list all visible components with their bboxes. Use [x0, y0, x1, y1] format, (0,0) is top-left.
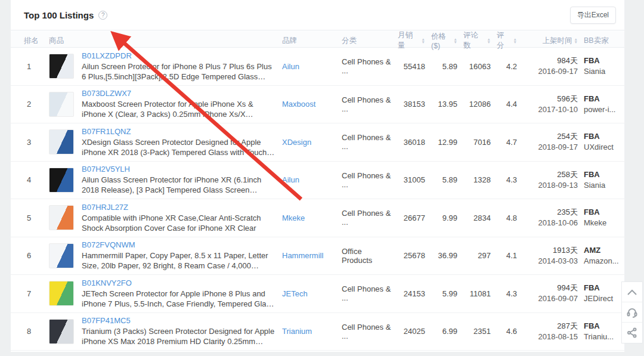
table-row: 3 B07FR1LQNZ XDesign Glass Screen Protec… [11, 123, 624, 162]
asin-link[interactable]: B07H2V5YLH [82, 165, 276, 174]
brand-link[interactable]: Hammermill [282, 251, 323, 260]
product-title: Ailun Glass Screen Protector for iPhone … [82, 175, 276, 195]
product-image[interactable] [49, 319, 74, 344]
brand-cell: Hammermill [282, 251, 336, 260]
rating-cell: 4.4 [497, 100, 517, 109]
product-cell: B073DLZWX7 Maxboost Screen Protector for… [49, 89, 276, 119]
brand-link[interactable]: Ailun [282, 62, 299, 71]
price-cell: 5.99 [431, 289, 457, 298]
monthly-sales-cell: 31005 [398, 175, 425, 184]
back-to-top-button[interactable] [622, 282, 642, 302]
product-image[interactable] [49, 54, 74, 79]
days-on-market: 235天 [523, 207, 578, 218]
asin-link[interactable]: B01KNVY2FO [82, 278, 276, 287]
export-excel-button[interactable]: 导出Excel [570, 7, 616, 24]
asin-link[interactable]: B073DLZWX7 [82, 89, 276, 98]
brand-cell: Ailun [282, 175, 336, 184]
reviews-cell: 12086 [463, 100, 491, 109]
header-rating[interactable]: 评分 [497, 30, 517, 51]
days-on-market: 984天 [523, 55, 578, 66]
category-cell: Cell Phones & ... [342, 209, 392, 227]
table-row: 2 B073DLZWX7 Maxboost Screen Protector f… [11, 86, 624, 124]
product-image[interactable] [49, 205, 74, 230]
reviews-cell: 297 [463, 251, 491, 260]
fulfillment-badge: FBA [584, 169, 617, 180]
header-monthly-sales[interactable]: 月销量 [398, 30, 425, 51]
category-cell: Cell Phones & ... [342, 323, 392, 340]
sort-icon[interactable] [454, 38, 457, 44]
header-reviews[interactable]: 评论数 [463, 30, 491, 51]
header-category: 分类 [342, 36, 392, 46]
product-image[interactable] [49, 129, 74, 154]
brand-cell: Maxboost [282, 100, 336, 109]
seller-name: Amazon... [584, 256, 617, 267]
product-cell: B07H2V5YLH Ailun Glass Screen Protector … [49, 165, 276, 195]
brand-link[interactable]: Trianium [282, 327, 312, 336]
brand-link[interactable]: Mkeke [282, 213, 305, 222]
days-on-market: 258天 [523, 169, 578, 180]
share-button[interactable] [622, 323, 642, 343]
listed-time-cell: 258天 2018-09-13 [523, 169, 578, 191]
seller-cell: FBA power-i... [584, 94, 617, 115]
listed-date: 2014-03-03 [523, 256, 578, 267]
listed-time-cell: 254天 2018-09-17 [523, 131, 578, 153]
brand-link[interactable]: Maxboost [282, 100, 315, 109]
monthly-sales-cell: 25678 [398, 251, 425, 260]
brand-link[interactable]: XDesign [282, 138, 311, 147]
category-cell: Cell Phones & ... [342, 133, 392, 151]
fulfillment-badge: FBA [584, 94, 617, 104]
product-title: Maxboost Screen Protector for Apple iPho… [82, 99, 276, 119]
product-image[interactable] [49, 92, 74, 117]
sort-icon[interactable] [487, 38, 491, 44]
category-cell: Cell Phones & ... [342, 284, 392, 302]
sort-icon[interactable] [513, 38, 517, 44]
brand-cell: Ailun [282, 62, 336, 71]
asin-link[interactable]: B07FR1LQNZ [82, 127, 276, 136]
asin-link[interactable]: B07HRJL27Z [82, 203, 276, 212]
header-listed-time[interactable]: 上架时间 [523, 36, 578, 46]
product-image[interactable] [49, 168, 74, 193]
category-cell: Cell Phones & ... [342, 95, 392, 113]
listed-date: 2016-09-17 [523, 66, 578, 77]
rating-cell: 4.7 [497, 138, 517, 147]
seller-name: Trianiu... [584, 332, 617, 342]
rank-cell: 2 [24, 100, 43, 109]
asin-link[interactable]: B07FP41MC5 [82, 316, 276, 325]
rank-cell: 8 [24, 327, 43, 336]
product-cell: B07FP41MC5 Trianium (3 Packs) Screen Pro… [49, 316, 276, 346]
reviews-cell: 11081 [463, 289, 491, 298]
product-title: Hammermill Paper, Copy Paper, 8.5 x 11 P… [82, 250, 276, 271]
asin-link[interactable]: B072FVQNWM [82, 240, 276, 249]
days-on-market: 596天 [523, 94, 578, 104]
sort-icon[interactable] [574, 38, 578, 44]
listed-date: 2017-10-10 [523, 104, 578, 115]
customer-service-button[interactable] [622, 302, 642, 323]
brand-cell: JETech [282, 289, 336, 298]
rating-cell: 4.1 [497, 251, 517, 260]
listed-date: 2018-10-06 [523, 218, 578, 228]
monthly-sales-cell: 24025 [398, 327, 425, 336]
help-icon[interactable] [98, 11, 107, 20]
listed-date: 2018-09-17 [523, 142, 578, 153]
product-image[interactable] [49, 281, 74, 306]
brand-link[interactable]: Ailun [282, 175, 299, 184]
sort-icon[interactable] [422, 38, 425, 44]
reviews-cell: 1328 [463, 175, 491, 184]
listed-time-cell: 235天 2018-10-06 [523, 207, 578, 228]
header-brand: 品牌 [282, 36, 336, 46]
seller-name: Mkeke [584, 218, 617, 228]
category-cell: Office Products [342, 247, 392, 265]
header-price[interactable]: 价格($) [431, 32, 457, 50]
asin-link[interactable]: B01LXZDPDR [82, 51, 276, 60]
table-row: 1 B01LXZDPDR Ailun Screen Protector for … [11, 48, 624, 86]
seller-cell: FBA Mkeke [584, 207, 617, 228]
product-image[interactable] [49, 243, 74, 268]
table-row: 4 B07H2V5YLH Ailun Glass Screen Protecto… [11, 162, 624, 200]
fulfillment-badge: FBA [584, 131, 617, 142]
monthly-sales-cell: 24153 [398, 289, 425, 298]
brand-link[interactable]: JETech [282, 289, 308, 298]
listed-time-cell: 1913天 2014-03-03 [523, 245, 578, 267]
headset-icon [626, 307, 638, 318]
title-bar: Top 100 Listings 导出Excel [11, 0, 624, 30]
rating-cell: 4.8 [497, 213, 517, 222]
